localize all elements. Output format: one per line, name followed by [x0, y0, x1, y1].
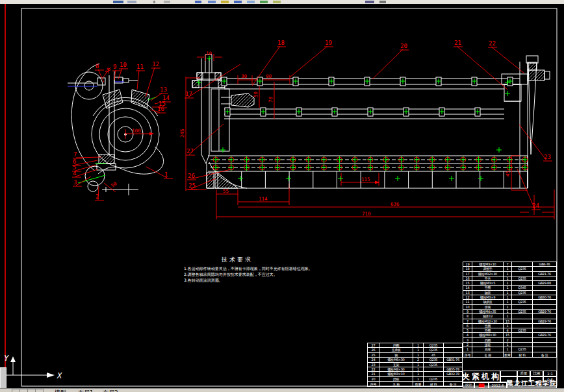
bom-cell: 序号 [463, 352, 472, 358]
bom-cell: 15 [503, 332, 511, 337]
bom-cell: 1 [503, 304, 511, 309]
bom-cell: 轴承座 [472, 299, 503, 304]
bom-cell [423, 367, 443, 371]
bom-cell [511, 323, 532, 328]
bom-cell: 22 [367, 367, 379, 371]
bom-cell: Q235 [423, 343, 443, 347]
bom-cell [443, 352, 463, 357]
bom-row: 19螺母M3×107GB6-76 [463, 262, 557, 266]
titleblock-designer-name-redacted: ██ [474, 382, 489, 388]
bom-row: 21螺栓M3×101GB32-78 [367, 371, 463, 376]
dimension-text: 90 [266, 73, 272, 79]
bom-cell [532, 290, 557, 295]
bom-cell: 备 注 [443, 381, 463, 387]
bom-cell: 4 [503, 328, 511, 332]
bom-cell [511, 271, 532, 276]
bom-row: 10弹簧1 [463, 304, 557, 309]
callout-number: 18 [277, 40, 285, 46]
bom-cell [443, 376, 463, 381]
tab-nav-last-button[interactable] [35, 389, 44, 392]
callout-number: 25 [188, 182, 196, 189]
bom-cell: 轴 [379, 352, 413, 357]
bom-cell: 垫圈 [472, 285, 503, 289]
bom-cell: 17 [463, 271, 472, 276]
bom-cell: 备 注 [532, 352, 557, 358]
bom-cell: 23 [367, 362, 379, 367]
bom-cell: GB29-76 [532, 332, 557, 337]
bom-cell: 1 [503, 347, 511, 351]
bom-cell: 挡圈 [472, 337, 503, 342]
tab-model[interactable]: 模型 [55, 389, 66, 392]
dimension-text: 30 [241, 73, 248, 79]
bom-cell: 2 [413, 357, 423, 361]
tech-req-line: 2.调整各轴承间隙均匀并按技术要求装配，不宜过大。 [184, 271, 313, 277]
bom-cell: 26 [367, 347, 379, 352]
callout-number: 27 [186, 148, 194, 154]
bom-cell: 支架 [379, 362, 413, 367]
callout-number: 17 [185, 91, 192, 97]
bom-cell [532, 276, 557, 280]
callout-number: 5 [73, 164, 76, 171]
callout-number: 2 [96, 193, 99, 200]
bom-cell: 8 [463, 313, 472, 318]
bom-cell: Q235 [511, 299, 532, 304]
layout-tab-bar[interactable]: 模型 布局1 布局2 [0, 388, 564, 392]
bom-cell: 1 [413, 367, 423, 371]
bom-table-main: 19螺母M3×107GB6-7618调整垫1Q23517螺栓M12×301GB2… [463, 262, 557, 358]
bom-cell [532, 347, 557, 351]
bom-cell: 27 [367, 343, 379, 347]
callout-number: 23 [544, 154, 551, 160]
bom-cell: 1 [503, 266, 511, 271]
bom-cell: 1 [413, 352, 423, 357]
bom-cell: 螺栓M8×30 [472, 332, 503, 337]
bom-row: 27挡圈1Q235 [367, 343, 463, 347]
bom-cell: 1 [503, 290, 511, 295]
dimension-text: 70 [268, 96, 274, 103]
bom-cell: Q235 [511, 347, 532, 351]
ucs-x-label: X [57, 371, 62, 380]
bom-cell: 螺栓M12×30 [472, 271, 503, 276]
bom-row: 7螺栓M12×2015GB29-76 [463, 319, 557, 323]
bom-cell: 3 [463, 337, 472, 342]
bom-cell [532, 313, 557, 318]
bom-cell: 1 [463, 347, 472, 351]
bom-cell: 15 [463, 280, 472, 285]
bom-cell [511, 337, 532, 342]
titleblock-cell [500, 371, 517, 376]
bom-cell: 12 [463, 295, 472, 299]
callout-number: 7 [73, 151, 77, 158]
callout-number: 16 [157, 106, 164, 112]
bom-cell: GB29-88 [532, 280, 557, 285]
tab-layout1[interactable]: 布局1 [78, 389, 94, 392]
dimension-text: 50 [110, 180, 118, 189]
bom-cell: 21 [367, 371, 379, 376]
ucs-y-label: Y [4, 354, 9, 363]
dimension-text: 45 [505, 171, 511, 177]
bom-cell: 15 [503, 319, 511, 323]
bom-header-row: 序号名 称数量材 料备 注 [367, 381, 463, 387]
bom-cell: 垫片 [472, 276, 503, 280]
bom-row: 22螺栓M8×301GB35-78 [367, 367, 463, 371]
bom-cell: 螺栓M4×35 [472, 309, 503, 313]
bom-cell: GB29-76 [532, 319, 557, 323]
bom-cell: 底座 [472, 347, 503, 351]
dimension-text: 710 [362, 211, 371, 217]
bom-table-continuation: 27挡圈1Q23526支承板1Q23525轴14524螺栓M6×302Q235G… [367, 343, 463, 387]
tab-layout2[interactable]: 布局2 [103, 389, 118, 392]
bom-cell: GB21-76 [532, 271, 557, 276]
bom-cell: 1 [503, 285, 511, 289]
bom-cell: Q235 [423, 376, 443, 381]
bom-cell: 9 [463, 309, 472, 313]
bom-cell [443, 362, 463, 367]
bom-cell: 10 [463, 304, 472, 309]
scrollbar-corner[interactable] [0, 367, 6, 389]
callout-number: 9 [113, 64, 116, 70]
bom-cell: 16 [463, 276, 472, 280]
bom-cell: 螺栓M8×30 [379, 367, 413, 371]
bom-cell [511, 304, 532, 309]
bom-cell: 6 [463, 323, 472, 328]
bom-row: 12螺栓M3×91GB30-76 [463, 295, 557, 299]
dimension-text: 245 [179, 129, 185, 138]
callout-number: 19 [325, 40, 332, 46]
dimension-text: 114 [259, 196, 268, 202]
